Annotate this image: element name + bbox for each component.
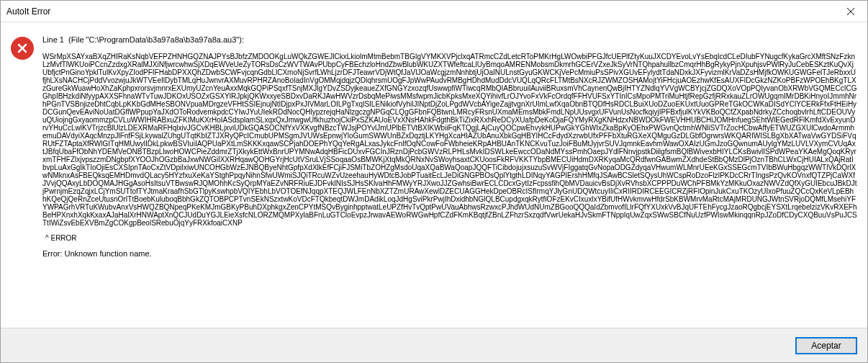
line-file-info: Line 1 (File "C:\ProgramData\b3a97a8a\b3… xyxy=(42,35,857,44)
error-marker: ^ ERROR xyxy=(45,234,857,242)
message-column: Line 1 (File "C:\ProgramData\b3a97a8a\b3… xyxy=(42,35,857,321)
error-dialog: AutoIt Error Line 1 (File "C:\ProgramDat… xyxy=(0,0,868,363)
window-title: AutoIt Error xyxy=(6,6,834,17)
content-area: Line 1 (File "C:\ProgramData\b3a97a8a\b3… xyxy=(1,22,867,328)
line-number: Line 1 xyxy=(42,35,64,44)
ok-button[interactable]: Aceptar xyxy=(795,337,857,354)
titlebar: AutoIt Error xyxy=(1,1,867,22)
error-icon xyxy=(11,37,34,60)
close-icon xyxy=(847,8,854,15)
button-row: Aceptar xyxy=(1,328,867,362)
error-message: Error: Unknown function name. xyxy=(42,249,857,258)
error-body-text: WSrMpXSAYxaBXqZHIRaKsNqbVEFPZHNHGQZNAJPY… xyxy=(42,53,857,227)
file-path: (File "C:\ProgramData\b3a97a8a\b3a97a8a.… xyxy=(68,35,244,44)
close-button[interactable] xyxy=(834,1,867,22)
icon-column xyxy=(11,35,42,321)
